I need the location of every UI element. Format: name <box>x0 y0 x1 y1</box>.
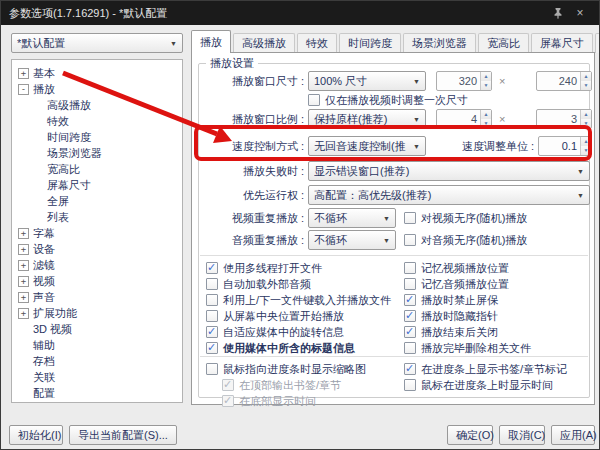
option-row[interactable]: 记忆音频播放位置 <box>404 277 531 291</box>
tree-item[interactable]: +视频 <box>12 273 182 289</box>
option-checkbox[interactable] <box>404 342 416 354</box>
option-checkbox[interactable] <box>206 278 218 290</box>
tab[interactable]: 特效 <box>297 33 337 53</box>
option-checkbox[interactable] <box>404 262 416 274</box>
tree-item[interactable]: +滤镜 <box>12 257 182 273</box>
option-checkbox[interactable] <box>206 342 218 354</box>
on-failure-select[interactable]: 显示错误窗口(推荐) ▼ <box>308 161 590 181</box>
tree-item[interactable]: +字幕 <box>12 225 182 241</box>
option-checkbox[interactable] <box>404 294 416 306</box>
option-checkbox[interactable] <box>206 310 218 322</box>
tree-item[interactable]: 特效 <box>12 113 182 129</box>
tree-item[interactable]: +扩展功能 <box>12 305 182 321</box>
tree-item[interactable]: 列表 <box>12 209 182 225</box>
expand-icon[interactable]: + <box>18 68 29 79</box>
tree-item[interactable]: +声音 <box>12 289 182 305</box>
stepper-arrows-icon[interactable]: ▲▼ <box>480 110 491 128</box>
tree-item[interactable]: 配置 <box>12 385 182 401</box>
video-shuffle-checkbox[interactable] <box>404 212 416 224</box>
ok-button[interactable]: 确定(O) <box>447 425 493 445</box>
tree-item[interactable]: 屏幕尺寸 <box>12 177 182 193</box>
window-ratio-select[interactable]: 保持原样(推荐) ▼ <box>308 109 426 129</box>
height-stepper[interactable]: 240 ▲▼ <box>536 71 592 91</box>
option-row[interactable]: 播放结束后关闭 <box>404 325 531 339</box>
tree-item[interactable]: 高级播放 <box>12 97 182 113</box>
ratio-h-stepper[interactable]: 3 ▲▼ <box>536 109 592 129</box>
stepper-arrows-icon[interactable]: ▲▼ <box>580 72 591 90</box>
expand-icon[interactable]: + <box>18 292 29 303</box>
tree-item[interactable]: -播放 <box>12 81 182 97</box>
expand-icon[interactable]: + <box>18 228 29 239</box>
expand-icon[interactable]: + <box>18 244 29 255</box>
settings-tree[interactable]: +基本-播放高级播放特效时间跨度场景浏览器宽高比屏幕尺寸全屏列表+字幕+设备+滤… <box>11 59 183 403</box>
option-row[interactable]: 播放时隐藏指针 <box>404 309 531 323</box>
option-checkbox[interactable] <box>404 379 416 391</box>
pin-icon[interactable] <box>547 4 569 22</box>
tab[interactable]: 高级播放 <box>233 33 295 53</box>
close-icon[interactable]: × <box>569 4 591 22</box>
collapse-icon[interactable]: - <box>18 84 29 95</box>
expand-icon[interactable]: + <box>18 260 29 271</box>
ratio-w-stepper[interactable]: 4 ▲▼ <box>436 109 492 129</box>
tab[interactable]: 屏幕尺寸 <box>531 33 593 53</box>
option-row[interactable]: 使用媒体中所含的标题信息 <box>206 341 391 355</box>
option-row[interactable]: 在底部显示时间 <box>222 394 366 408</box>
option-checkbox[interactable] <box>404 363 416 375</box>
tab[interactable]: 播放 <box>191 30 231 53</box>
option-row[interactable]: 从屏幕中央位置开始播放 <box>206 309 391 323</box>
option-checkbox[interactable] <box>404 326 416 338</box>
apply-button[interactable]: 应用(A) <box>551 425 595 445</box>
option-row[interactable]: 播放时禁止屏保 <box>404 293 531 307</box>
thumbnail-checkbox[interactable] <box>206 363 218 375</box>
init-button[interactable]: 初始化(I) <box>9 425 63 445</box>
option-row[interactable]: 自适应媒体中的旋转信息 <box>206 325 391 339</box>
option-row[interactable]: 自动加载外部音频 <box>206 277 391 291</box>
audio-repeat-select[interactable]: 不循环 ▼ <box>308 230 396 250</box>
tree-item[interactable]: 时间跨度 <box>12 129 182 145</box>
speed-control-select[interactable]: 无回音速度控制(推 ▼ <box>308 136 426 156</box>
priority-select[interactable]: 高配置：高优先级(推荐) ▼ <box>308 185 590 205</box>
tree-item[interactable]: 宽高比 <box>12 161 182 177</box>
resize-once-option[interactable]: 仅在播放视频时调整一次尺寸 <box>308 93 468 107</box>
expand-icon[interactable]: + <box>18 308 29 319</box>
option-row[interactable]: 在进度条上显示书签/章节标记 <box>404 362 567 376</box>
tree-item[interactable]: 3D 视频 <box>12 321 182 337</box>
audio-shuffle-option[interactable]: 对音频无序(随机)播放 <box>404 233 527 247</box>
option-row[interactable]: 在顶部输出书签/章节 <box>222 378 366 392</box>
video-shuffle-option[interactable]: 对视频无序(随机)播放 <box>404 211 527 225</box>
option-row[interactable]: 使用多线程打开文件 <box>206 261 391 275</box>
audio-shuffle-checkbox[interactable] <box>404 234 416 246</box>
cancel-button[interactable]: 取消(C) <box>499 425 545 445</box>
option-checkbox[interactable] <box>404 278 416 290</box>
tree-item[interactable]: 场景浏览器 <box>12 145 182 161</box>
option-row[interactable]: 利用上/下一文件键载入并播放文件 <box>206 293 391 307</box>
stepper-arrows-icon[interactable]: ▲▼ <box>480 72 491 90</box>
video-repeat-select[interactable]: 不循环 ▼ <box>308 208 396 228</box>
width-stepper[interactable]: 320 ▲▼ <box>436 71 492 91</box>
option-row[interactable]: 鼠标在进度条上时显示时间 <box>404 378 567 392</box>
tree-item[interactable]: 辅助 <box>12 337 182 353</box>
option-row[interactable]: 播放完毕删除相关文件 <box>404 341 531 355</box>
option-checkbox[interactable] <box>206 326 218 338</box>
resize-once-checkbox[interactable] <box>308 94 320 106</box>
profile-select[interactable]: *默认配置 ▼ <box>11 33 183 53</box>
stepper-arrows-icon[interactable]: ▲▼ <box>580 137 591 155</box>
speed-unit-stepper[interactable]: 0.1 ▲▼ <box>538 136 592 156</box>
tree-item[interactable]: 全屏 <box>12 193 182 209</box>
option-checkbox[interactable] <box>206 262 218 274</box>
tab[interactable]: 场景浏览器 <box>403 33 476 53</box>
expand-icon[interactable]: + <box>18 276 29 287</box>
tree-item[interactable]: 存档 <box>12 353 182 369</box>
option-checkbox[interactable] <box>404 310 416 322</box>
stepper-arrows-icon[interactable]: ▲▼ <box>580 110 591 128</box>
tree-item[interactable]: +设备 <box>12 241 182 257</box>
option-row[interactable]: 记忆视频播放位置 <box>404 261 531 275</box>
export-config-button[interactable]: 导出当前配置(S)... <box>69 425 177 445</box>
thumbnail-option[interactable]: 鼠标指向进度条时显示缩略图 <box>206 362 366 376</box>
tab[interactable]: 全屏 <box>595 33 600 53</box>
tab[interactable]: 时间跨度 <box>339 33 401 53</box>
window-size-select[interactable]: 100% 尺寸 ▼ <box>308 71 426 91</box>
tab[interactable]: 宽高比 <box>478 33 529 53</box>
option-checkbox[interactable] <box>206 294 218 306</box>
tree-item[interactable]: 关联 <box>12 369 182 385</box>
